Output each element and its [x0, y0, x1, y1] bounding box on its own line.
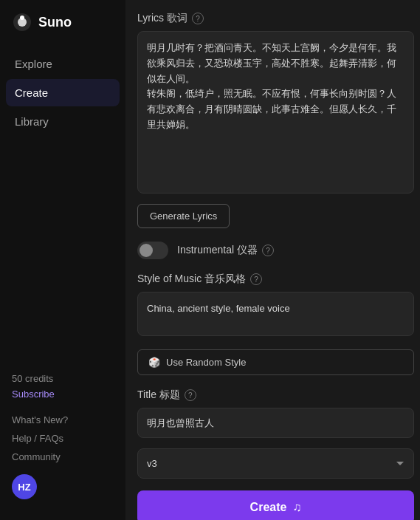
- title-label-text: Title 标题: [137, 389, 180, 402]
- sidebar-bottom: 50 credits Subscribe What's New? Help / …: [0, 364, 125, 508]
- sidebar-links: What's New? Help / FAQs Community: [12, 414, 114, 462]
- instrumental-row: Instrumental 仪器 ?: [137, 242, 414, 259]
- lyrics-section: Lyrics 歌词 ? Generate Lyrics: [137, 12, 414, 228]
- instrumental-toggle[interactable]: [137, 242, 168, 259]
- style-textarea[interactable]: [137, 292, 414, 336]
- sidebar-item-label-explore: Explore: [15, 58, 52, 70]
- title-help-icon[interactable]: ?: [185, 389, 196, 401]
- toggle-track: [137, 242, 168, 259]
- style-help-icon[interactable]: ?: [250, 273, 262, 285]
- style-label-text: Style of Music 音乐风格: [137, 273, 246, 286]
- avatar-initials: HZ: [18, 482, 30, 493]
- lyrics-help-icon[interactable]: ?: [192, 13, 204, 24]
- sidebar-item-explore[interactable]: Explore: [6, 50, 120, 78]
- style-section: Style of Music 音乐风格 ?: [137, 273, 414, 339]
- toggle-thumb: [140, 244, 153, 257]
- title-section-label: Title 标题 ?: [137, 389, 414, 402]
- lyrics-label-text: Lyrics 歌词: [137, 12, 187, 25]
- whats-new-link[interactable]: What's New?: [12, 414, 114, 425]
- generate-lyrics-button[interactable]: Generate Lyrics: [137, 204, 230, 228]
- dice-icon: 🎲: [148, 357, 160, 368]
- user-avatar[interactable]: HZ: [12, 474, 37, 499]
- lyrics-textarea[interactable]: [137, 31, 414, 194]
- sidebar-item-library[interactable]: Library: [6, 108, 120, 135]
- instrumental-label-text: Instrumental 仪器: [177, 244, 258, 257]
- community-link[interactable]: Community: [12, 451, 114, 462]
- logo-text: Suno: [38, 15, 72, 30]
- random-style-button[interactable]: 🎲 Use Random Style: [137, 349, 414, 375]
- svg-point-2: [20, 16, 24, 20]
- suno-logo-icon: [12, 12, 32, 32]
- sidebar-nav: Explore Create Library: [0, 50, 125, 364]
- version-dropdown[interactable]: v3 v4 v3.5: [137, 448, 414, 479]
- instrumental-help-icon[interactable]: ?: [262, 244, 274, 256]
- credits-text: 50 credits: [12, 373, 114, 384]
- random-style-label: Use Random Style: [166, 357, 246, 368]
- subscribe-link[interactable]: Subscribe: [12, 389, 114, 400]
- instrumental-label: Instrumental 仪器 ?: [177, 244, 274, 257]
- music-icon: ♫: [292, 501, 301, 514]
- sidebar-item-create[interactable]: Create: [6, 79, 120, 106]
- sidebar-item-label-library: Library: [15, 115, 49, 128]
- create-button[interactable]: Create ♫: [137, 490, 414, 520]
- title-input[interactable]: [137, 408, 414, 438]
- generate-lyrics-label: Generate Lyrics: [150, 211, 217, 222]
- title-section: Title 标题 ?: [137, 389, 414, 438]
- logo-area: Suno: [0, 12, 125, 50]
- sidebar-item-label-create: Create: [15, 86, 48, 99]
- help-faqs-link[interactable]: Help / FAQs: [12, 433, 114, 444]
- sidebar: Suno Explore Create Library 50 credits S…: [0, 0, 125, 520]
- create-label: Create: [250, 501, 287, 514]
- lyrics-section-label: Lyrics 歌词 ?: [137, 12, 414, 25]
- main-content: Lyrics 歌词 ? Generate Lyrics Instrumental…: [125, 0, 420, 520]
- style-section-label: Style of Music 音乐风格 ?: [137, 273, 414, 286]
